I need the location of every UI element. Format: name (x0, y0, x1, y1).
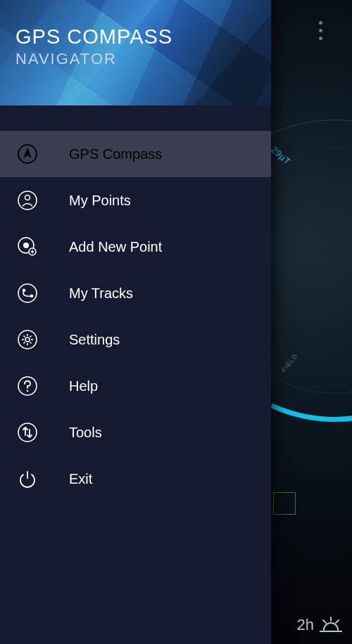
svg-point-12 (18, 284, 37, 302)
menu-label-exit: Exit (69, 471, 92, 487)
svg-line-2 (323, 620, 326, 623)
menu-label-tracks: My Tracks (69, 285, 133, 302)
menu-item-tools[interactable]: Tools (0, 409, 271, 456)
svg-point-8 (23, 243, 29, 248)
swap-icon (15, 420, 39, 444)
svg-point-6 (25, 195, 30, 200)
menu-label-settings: Settings (69, 332, 120, 348)
app-title: GPS COMPASS (15, 25, 256, 49)
question-icon (15, 374, 39, 398)
menu-label-tools: Tools (69, 425, 102, 441)
power-icon (15, 467, 39, 491)
svg-line-23 (30, 336, 32, 337)
drawer-menu: GPS Compass My Points (0, 105, 271, 502)
menu-item-settings[interactable]: Settings (0, 316, 271, 363)
svg-line-22 (30, 342, 32, 344)
sunset-icon (320, 616, 342, 634)
menu-item-tracks[interactable]: My Tracks (0, 270, 271, 316)
navigation-drawer: GPS COMPASS NAVIGATOR GPS Compass (0, 0, 271, 644)
svg-point-16 (25, 337, 30, 342)
menu-label-points: My Points (69, 193, 131, 209)
menu-item-addpoint[interactable]: Add New Point (0, 224, 271, 270)
sunset-countdown: 2h (297, 616, 342, 634)
svg-point-15 (18, 330, 37, 349)
overflow-menu-button[interactable] (313, 15, 328, 46)
menu-item-exit[interactable]: Exit (0, 456, 271, 502)
sunset-countdown-value: 2h (297, 616, 314, 634)
nav-arrow-icon (15, 142, 39, 166)
pin-plus-icon (15, 235, 39, 259)
pin-user-icon (15, 188, 39, 212)
svg-point-26 (27, 390, 29, 392)
drawer-header: GPS COMPASS NAVIGATOR (0, 0, 271, 105)
svg-line-21 (24, 336, 25, 337)
route-icon (15, 281, 39, 305)
menu-label-addpoint: Add New Point (69, 239, 162, 255)
target-square (273, 492, 296, 515)
svg-line-24 (24, 342, 25, 344)
menu-item-compass[interactable]: GPS Compass (0, 131, 271, 177)
menu-label-help: Help (69, 378, 98, 394)
menu-item-help[interactable]: Help (0, 363, 271, 409)
svg-point-27 (18, 423, 37, 442)
app-subtitle: NAVIGATOR (15, 50, 256, 68)
menu-item-points[interactable]: My Points (0, 177, 271, 224)
gear-icon (15, 328, 39, 352)
svg-line-3 (336, 620, 339, 623)
menu-label-compass: GPS Compass (69, 146, 162, 162)
